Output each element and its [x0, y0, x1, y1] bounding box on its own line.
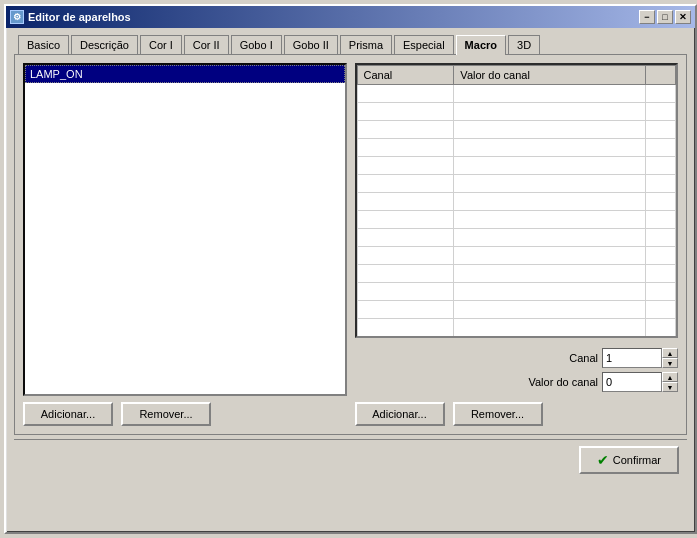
left-remove-button[interactable]: Remover...: [121, 402, 211, 426]
right-controls: Canal ▲ ▼ Valor do canal: [355, 348, 679, 426]
tab-cor-ii[interactable]: Cor II: [184, 35, 229, 55]
tab-macro[interactable]: Macro: [456, 35, 506, 55]
canal-row: Canal ▲ ▼: [355, 348, 679, 368]
minimize-button[interactable]: −: [639, 10, 655, 24]
main-area: LAMP_ON Adicionar... Remover...: [23, 63, 678, 426]
canal-input[interactable]: [602, 348, 662, 368]
window-content: Basico Descrição Cor I Cor II Gobo I Gob…: [6, 28, 695, 486]
tab-cor-i[interactable]: Cor I: [140, 35, 182, 55]
confirm-label: Confirmar: [613, 454, 661, 466]
table-row: [357, 175, 676, 193]
table-row: [357, 265, 676, 283]
right-button-row: Adicionar... Remover...: [355, 402, 679, 426]
table-row: [357, 319, 676, 337]
right-panel: Canal Valor do canal Canal: [355, 63, 679, 426]
table-row: [357, 229, 676, 247]
main-window: ⚙ Editor de aparelhos − □ ✕ Basico Descr…: [4, 4, 697, 534]
valor-label: Valor do canal: [518, 376, 598, 388]
canal-table: Canal Valor do canal: [357, 65, 677, 337]
table-row: [357, 283, 676, 301]
canal-down-button[interactable]: ▼: [662, 358, 678, 368]
valor-input[interactable]: [602, 372, 662, 392]
tab-gobo-i[interactable]: Gobo I: [231, 35, 282, 55]
window-icon: ⚙: [10, 10, 24, 24]
tab-prisma[interactable]: Prisma: [340, 35, 392, 55]
canal-label: Canal: [518, 352, 598, 364]
footer: ✔ Confirmar: [14, 439, 687, 478]
table-row: [357, 139, 676, 157]
tab-3d[interactable]: 3D: [508, 35, 540, 55]
table-row: [357, 211, 676, 229]
table-row: [357, 247, 676, 265]
right-add-button[interactable]: Adicionar...: [355, 402, 445, 426]
tab-especial[interactable]: Especial: [394, 35, 454, 55]
tab-basico[interactable]: Basico: [18, 35, 69, 55]
table-row: [357, 121, 676, 139]
confirm-icon: ✔: [597, 452, 609, 468]
valor-down-button[interactable]: ▼: [662, 382, 678, 392]
col-canal: Canal: [357, 66, 454, 85]
valor-spinner: ▲ ▼: [602, 372, 678, 392]
table-row: [357, 85, 676, 103]
right-remove-button[interactable]: Remover...: [453, 402, 543, 426]
col-extra: [645, 66, 675, 85]
tab-descricao[interactable]: Descrição: [71, 35, 138, 55]
canal-spinner: ▲ ▼: [602, 348, 678, 368]
table-row: [357, 301, 676, 319]
canal-up-button[interactable]: ▲: [662, 348, 678, 358]
macro-list[interactable]: LAMP_ON: [23, 63, 347, 396]
left-button-row: Adicionar... Remover...: [23, 402, 347, 426]
tab-gobo-ii[interactable]: Gobo II: [284, 35, 338, 55]
canal-grid-wrapper: Canal Valor do canal: [355, 63, 679, 338]
title-bar: ⚙ Editor de aparelhos − □ ✕: [6, 6, 695, 28]
tab-content: LAMP_ON Adicionar... Remover...: [14, 54, 687, 435]
valor-row: Valor do canal ▲ ▼: [355, 372, 679, 392]
close-button[interactable]: ✕: [675, 10, 691, 24]
table-row: [357, 157, 676, 175]
confirm-button[interactable]: ✔ Confirmar: [579, 446, 679, 474]
title-bar-buttons: − □ ✕: [639, 10, 691, 24]
maximize-button[interactable]: □: [657, 10, 673, 24]
left-panel: LAMP_ON Adicionar... Remover...: [23, 63, 347, 426]
table-row: [357, 193, 676, 211]
tab-bar: Basico Descrição Cor I Cor II Gobo I Gob…: [14, 34, 687, 54]
window-title: Editor de aparelhos: [28, 11, 131, 23]
col-valor: Valor do canal: [454, 66, 645, 85]
list-item[interactable]: LAMP_ON: [25, 65, 345, 83]
valor-up-button[interactable]: ▲: [662, 372, 678, 382]
left-add-button[interactable]: Adicionar...: [23, 402, 113, 426]
table-row: [357, 103, 676, 121]
